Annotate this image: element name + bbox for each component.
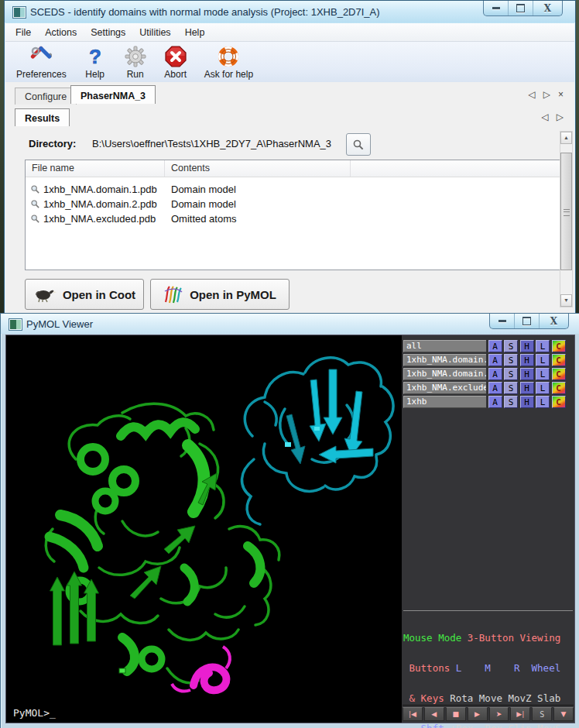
green-domain-helices	[50, 422, 260, 671]
file-table-header: File name Contents	[26, 160, 560, 177]
color-button-c[interactable]: C	[552, 382, 566, 394]
show-button-s[interactable]: S	[504, 382, 518, 394]
menu-help[interactable]: Help	[178, 25, 212, 40]
column-file-name[interactable]: File name	[26, 160, 165, 177]
scroll-down-button[interactable]: ▼	[560, 294, 572, 307]
pymol-app-icon	[9, 319, 22, 330]
label-button-l[interactable]: L	[536, 368, 550, 380]
tab-configure[interactable]: Configure	[15, 88, 77, 105]
tab-close-icon[interactable]: ×	[558, 89, 564, 100]
color-button-c[interactable]: C	[552, 340, 566, 352]
maximize-icon	[522, 317, 531, 325]
results-panel: Directory: B:\Users\oeffner\Tests\1XHB_2…	[5, 127, 574, 313]
table-row[interactable]: 1xhb_NMA.excluded.pdb Omitted atoms	[26, 211, 560, 226]
pymol-ribbon-icon	[163, 285, 183, 304]
minimize-button[interactable]	[484, 1, 509, 15]
minimize-button[interactable]	[490, 314, 515, 328]
color-button-c[interactable]: C	[552, 354, 566, 366]
help-button[interactable]: ? Help	[79, 44, 111, 81]
minimize-icon	[498, 320, 506, 322]
browse-directory-button[interactable]	[346, 133, 371, 156]
menu-settings[interactable]: Settings	[84, 25, 132, 40]
maximize-button[interactable]	[515, 314, 540, 328]
show-button-s[interactable]: S	[504, 354, 518, 366]
hide-button-h[interactable]: H	[520, 396, 534, 408]
gear-icon	[124, 45, 147, 68]
command-prompt[interactable]: PyMOL>_	[13, 707, 56, 719]
menubar: File Actions Settings Utilities Help	[5, 23, 574, 42]
hide-button-h[interactable]: H	[520, 340, 534, 352]
table-row[interactable]: 1xhb_NMA.domain.1.pdb Domain model	[26, 182, 560, 197]
label-button-l[interactable]: L	[536, 396, 550, 408]
close-button[interactable]: X	[533, 1, 562, 15]
pymol-side-panel: all A S H L C 1xhb_NMA.domain. A S H L C…	[402, 335, 574, 723]
scroll-thumb[interactable]	[560, 153, 572, 270]
open-in-pymol-button[interactable]: Open in PyMOL	[150, 279, 290, 310]
show-button-s[interactable]: S	[504, 368, 518, 380]
object-name[interactable]: 1xhb_NMA.exclude	[403, 382, 486, 394]
label-button-l[interactable]: L	[536, 382, 550, 394]
play-button[interactable]: ▶	[468, 707, 488, 721]
object-name[interactable]: 1xhb	[403, 396, 486, 408]
step-forward-button[interactable]: ➤	[489, 707, 509, 721]
tab-results[interactable]: Results	[15, 108, 70, 126]
close-button[interactable]: X	[540, 314, 568, 328]
color-button-c[interactable]: C	[552, 396, 566, 408]
table-row[interactable]: 1xhb_NMA.domain.2.pdb Domain model	[26, 197, 560, 211]
maximize-button[interactable]	[509, 1, 533, 15]
action-button-a[interactable]: A	[488, 396, 502, 408]
label-button-l[interactable]: L	[536, 354, 550, 366]
object-name[interactable]: 1xhb_NMA.domain.	[403, 354, 486, 366]
skip-end-button[interactable]: ▶|	[510, 707, 530, 721]
magnifier-icon	[30, 184, 40, 194]
label-button-l[interactable]: L	[536, 340, 550, 352]
menu-utilities[interactable]: Utilities	[132, 25, 177, 40]
preferences-button[interactable]: Preferences	[12, 44, 71, 81]
scene-button[interactable]: S	[532, 707, 552, 721]
object-row-domain-1: 1xhb_NMA.domain. A S H L C	[403, 353, 566, 367]
object-name[interactable]: all	[403, 340, 486, 352]
magnifier-icon	[30, 214, 40, 224]
column-contents[interactable]: Contents	[165, 160, 351, 177]
ask-for-help-button[interactable]: Ask for help	[200, 44, 258, 81]
maximize-icon	[516, 4, 525, 12]
menu-actions[interactable]: Actions	[38, 25, 84, 40]
results-next-arrow[interactable]: ▷	[557, 112, 564, 122]
sceds-app-icon	[13, 7, 26, 18]
hide-button-h[interactable]: H	[520, 354, 534, 366]
tab-prev-arrow[interactable]: ◁	[529, 89, 536, 100]
sceds-window: SCEDS - identify domains with normal mod…	[4, 0, 576, 314]
question-mark-icon: ?	[84, 45, 107, 68]
action-button-a[interactable]: A	[488, 368, 502, 380]
toolbar: Preferences ? Help	[5, 42, 574, 85]
scroll-up-button[interactable]: ▲	[560, 132, 572, 144]
cyan-domain-sheets	[285, 369, 373, 464]
molecule-viewport[interactable]: PyMOL>_	[6, 335, 402, 723]
molecule-render	[6, 335, 402, 723]
file-table: File name Contents 1xhb_NMA.domain.1.pdb…	[25, 160, 560, 270]
results-scrollbar: ▲ ▼	[560, 131, 573, 307]
action-button-a[interactable]: A	[488, 382, 502, 394]
abort-button[interactable]: Abort	[159, 44, 192, 81]
close-icon: X	[550, 316, 557, 327]
panel-collapse-button[interactable]: ▼	[553, 707, 574, 721]
open-in-coot-button[interactable]: Open in Coot	[25, 279, 144, 310]
step-back-button[interactable]: ◀	[424, 707, 444, 721]
pymol-window-title: PyMOL Viewer	[26, 318, 93, 330]
tab-next-arrow[interactable]: ▷	[543, 89, 550, 100]
mouse-mode-line: Mouse Mode 3-Button Viewing	[403, 633, 573, 643]
action-button-a[interactable]: A	[488, 340, 502, 352]
rewind-start-button[interactable]: |◀	[403, 707, 423, 721]
stop-button[interactable]: ■	[446, 707, 466, 721]
run-button[interactable]: Run	[119, 44, 152, 81]
results-prev-arrow[interactable]: ◁	[542, 112, 549, 122]
show-button-s[interactable]: S	[504, 396, 518, 408]
color-button-c[interactable]: C	[552, 368, 566, 380]
menu-file[interactable]: File	[9, 25, 38, 40]
show-button-s[interactable]: S	[504, 340, 518, 352]
object-name[interactable]: 1xhb_NMA.domain.	[403, 368, 486, 380]
action-button-a[interactable]: A	[488, 354, 502, 366]
tab-phasernma-3[interactable]: PhaserNMA_3	[70, 85, 156, 104]
hide-button-h[interactable]: H	[520, 382, 534, 394]
hide-button-h[interactable]: H	[520, 368, 534, 380]
